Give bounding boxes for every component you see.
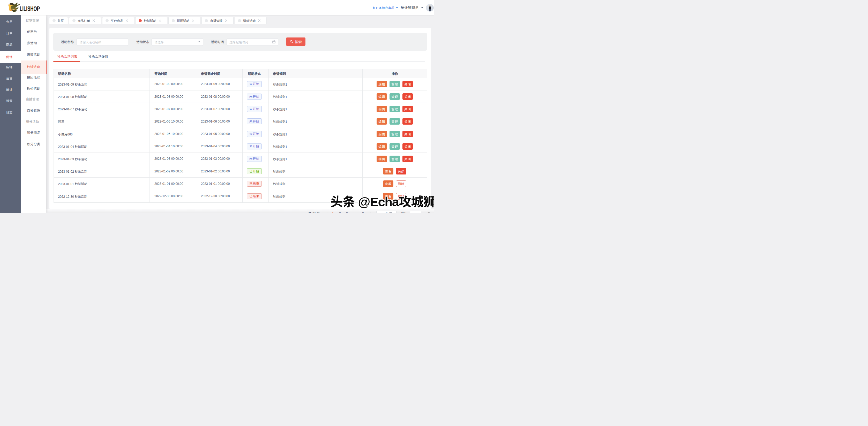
svg-text:LILISHOP: LILISHOP: [20, 5, 40, 12]
